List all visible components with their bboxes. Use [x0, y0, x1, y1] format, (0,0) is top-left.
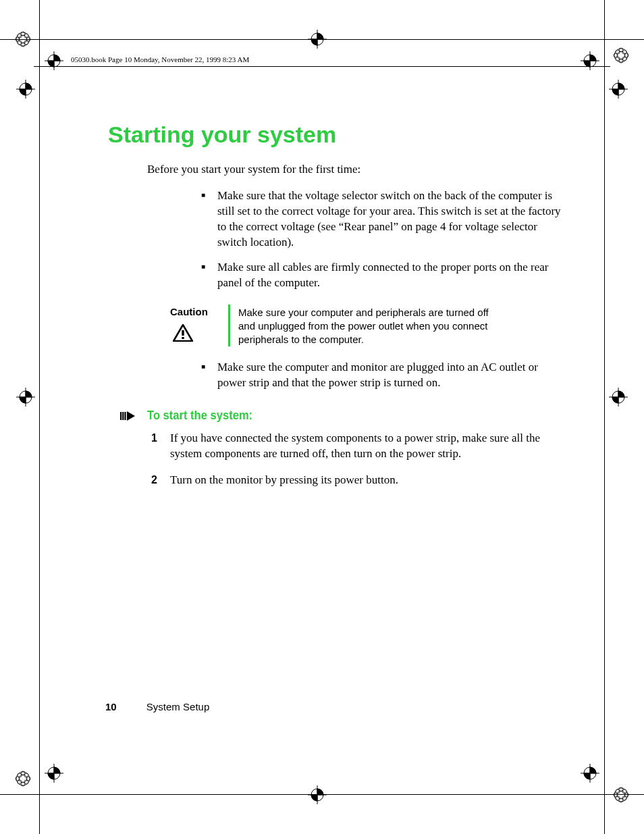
caution-left-column: Caution	[170, 305, 228, 347]
list-item: If you have connected the system compone…	[151, 431, 567, 462]
svg-point-1	[19, 35, 27, 43]
warning-icon	[173, 324, 228, 344]
printer-rosette-icon	[15, 31, 31, 47]
list-item: Turn on the monitor by pressing its powe…	[151, 473, 567, 488]
list-item: Make sure that the voltage selector swit…	[201, 188, 567, 251]
list-item: Make sure all cables are firmly connecte…	[201, 260, 567, 291]
svg-rect-70	[182, 330, 184, 336]
registration-mark-icon	[45, 51, 63, 70]
caution-label: Caution	[170, 306, 228, 317]
svg-rect-73	[122, 412, 124, 420]
svg-rect-72	[120, 412, 122, 420]
caution-callout: Caution Make sure your computer and peri…	[170, 305, 567, 347]
running-header-rule	[34, 66, 610, 67]
intro-paragraph: Before you start your system for the fir…	[147, 163, 567, 176]
caution-divider	[228, 305, 230, 347]
printer-rosette-icon	[613, 47, 629, 63]
list-item: Make sure the computer and monitor are p…	[201, 360, 567, 391]
page-footer: 10 System Setup	[105, 701, 209, 712]
registration-mark-icon	[609, 80, 628, 99]
svg-point-21	[19, 775, 27, 783]
svg-point-11	[617, 51, 625, 59]
page: 05030.book Page 10 Monday, November 22, …	[0, 0, 644, 834]
crop-line	[604, 0, 605, 834]
registration-mark-icon	[16, 388, 35, 407]
precheck-bullet-list-continued: Make sure the computer and monitor are p…	[201, 360, 567, 391]
page-title: Starting your system	[108, 122, 567, 148]
crop-line	[39, 0, 40, 834]
svg-point-31	[617, 791, 625, 799]
running-header: 05030.book Page 10 Monday, November 22, …	[71, 55, 249, 63]
precheck-bullet-list: Make sure that the voltage selector swit…	[201, 188, 567, 291]
content-area: Starting your system Before you start yo…	[108, 122, 567, 499]
registration-mark-icon	[581, 764, 599, 783]
svg-rect-71	[182, 337, 184, 339]
procedure-steps: If you have connected the system compone…	[151, 431, 567, 488]
registration-mark-icon	[308, 785, 327, 804]
procedure-heading: To start the system:	[147, 409, 252, 423]
printer-rosette-icon	[15, 771, 31, 787]
procedure-arrow-icon	[120, 411, 138, 421]
registration-mark-icon	[581, 51, 599, 70]
procedure-heading-row: To start the system:	[120, 409, 567, 423]
printer-rosette-icon	[613, 787, 629, 803]
registration-mark-icon	[308, 30, 327, 49]
registration-mark-icon	[45, 764, 63, 783]
caution-text: Make sure your computer and peripherals …	[238, 305, 495, 347]
section-name: System Setup	[146, 701, 209, 712]
svg-rect-74	[124, 412, 126, 420]
page-number: 10	[105, 701, 117, 712]
registration-mark-icon	[609, 388, 628, 407]
registration-mark-icon	[16, 80, 35, 99]
